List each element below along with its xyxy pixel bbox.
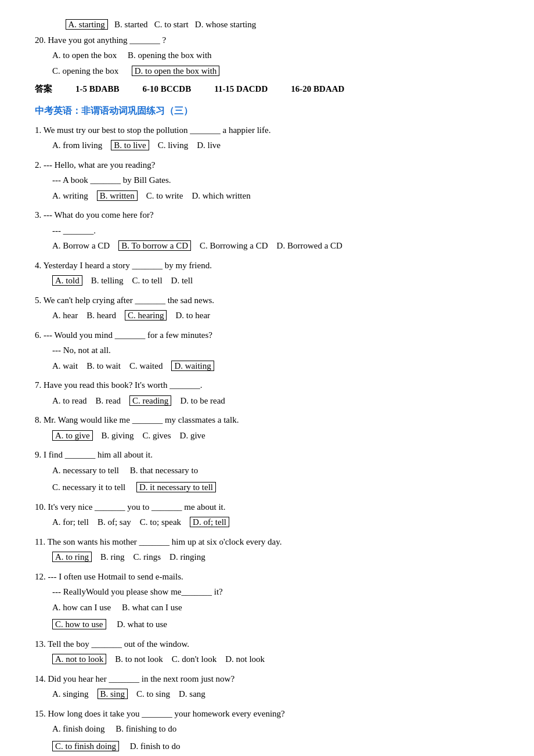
opt: B. what can I use (122, 603, 182, 612)
question-14: 14. Did you hear her _______ in the next… (35, 672, 499, 702)
opt: B. of; say (98, 517, 131, 527)
opt: B. ring (100, 552, 125, 561)
opt: A. writing (52, 191, 88, 200)
opt: A. from living (52, 141, 102, 150)
question-13: 13. Tell the boy _______ out of the wind… (35, 637, 499, 667)
q-text-2: 2. --- Hello, what are you reading? (35, 158, 499, 173)
opts-5: A. hear B. heard C. hearing D. to hear (52, 308, 499, 323)
q-text-14: 14. Did you hear her _______ in the next… (35, 672, 499, 687)
opt-boxed: A. to ring (52, 552, 92, 562)
opt: A. for; tell (52, 517, 89, 527)
q-text-11: 11. The son wants his mother _______ him… (35, 535, 499, 550)
opt-boxed: C. hearing (125, 310, 167, 321)
opt: C. living (158, 141, 189, 150)
question-1: 1. We must try our best to stop the poll… (35, 123, 499, 153)
question-8: 8. Mr. Wang would like me _______ my cla… (35, 413, 499, 443)
opts-2: A. writing B. written C. to write D. whi… (52, 189, 499, 204)
q-text-5: 5. We can't help crying after _______ th… (35, 293, 499, 308)
prev-options-line1: A. starting B. started C. to start D. wh… (35, 17, 499, 33)
q-text-8: 8. Mr. Wang would like me _______ my cla… (35, 413, 499, 428)
answer-11-15: 11-15 DACDD (214, 82, 268, 97)
opts-line2-15: C. to finish doing D. finish to do (52, 739, 499, 754)
opt: C. to; speak (140, 517, 181, 527)
opt-boxed: B. to live (111, 140, 149, 150)
answer-16-20: 16-20 BDAAD (291, 82, 344, 97)
answer-label: 答案 (35, 82, 52, 97)
opt: C. waited (129, 361, 163, 370)
opt-boxed: A. told (52, 275, 82, 286)
opt: A. singing (52, 689, 89, 699)
opts-13: A. not to look B. to not look C. don't l… (52, 652, 499, 667)
opts-4: A. told B. telling C. to tell D. tell (52, 273, 499, 289)
opts-8: A. to give B. giving C. gives D. give (52, 429, 499, 444)
question-15: 15. How long does it take you _______ yo… (35, 707, 499, 754)
opt: D. finish to do (130, 741, 181, 751)
opt: D. Borrowed a CD (277, 241, 342, 250)
q20-opts1: A. to open the box B. opening the box wi… (52, 48, 499, 63)
opt: D. to hear (175, 311, 210, 320)
question-9: 9. I find _______ him all about it.A. ne… (35, 448, 499, 495)
opt: A. necessary to tell (52, 466, 119, 475)
q-text-12: 12. --- I often use Hotmail to send e-ma… (35, 570, 499, 585)
q-text2-6: --- No, not at all. (52, 343, 499, 358)
opt: A. finish doing (52, 724, 104, 733)
answer-line: 答案 1-5 BDABB 6-10 BCCDB 11-15 DACDD 16-2… (35, 82, 499, 97)
q-text-3: 3. --- What do you come here for? (35, 208, 499, 223)
q-text-9: 9. I find _______ him all about it. (35, 448, 499, 463)
opt: B. heard (86, 311, 116, 320)
opt: D. live (197, 141, 221, 150)
opt-boxed: D. of; tell (190, 517, 229, 527)
opt: A. how can I use (52, 603, 111, 612)
q-text-1: 1. We must try our best to stop the poll… (35, 123, 499, 138)
opt-boxed: B. written (97, 190, 138, 201)
opt: D. ringing (169, 552, 205, 561)
q-text2-2: --- A book _______ by Bill Gates. (52, 173, 499, 188)
q-text2-12: --- ReallyWould you please show me______… (52, 585, 499, 600)
opt: C. to write (146, 191, 183, 200)
opt: D. not look (225, 654, 265, 664)
opts-14: A. singing B. sing C. to sing D. sang (52, 687, 499, 702)
opt: D. which written (192, 191, 250, 200)
answer-6-10: 6-10 BCCDB (142, 82, 191, 97)
opt-boxed: B. sing (98, 689, 128, 699)
opt-boxed: C. to finish doing (52, 741, 119, 751)
opt: B. that necessary to (130, 466, 198, 475)
q-text-6: 6. --- Would you mind _______ for a few … (35, 328, 499, 343)
opts-1: A. from living B. to live C. living D. l… (52, 138, 499, 153)
opt: B. finishing to do (116, 724, 176, 733)
opt: A. hear (52, 311, 78, 320)
opt-boxed: D. waiting (171, 361, 214, 371)
questions-container: 1. We must try our best to stop the poll… (35, 123, 499, 756)
opt-a-starting: A. starting (66, 19, 108, 30)
q20-opts2: C. opening the box D. to open the box wi… (52, 64, 499, 79)
opt: D. what to use (117, 620, 167, 629)
question-6: 6. --- Would you mind _______ for a few … (35, 328, 499, 374)
opt: B. read (96, 396, 121, 405)
question-3: 3. --- What do you come here for?--- ___… (35, 208, 499, 254)
opt-boxed: B. To borrow a CD (118, 240, 191, 251)
question-10: 10. It's very nice _______ you to ______… (35, 500, 499, 530)
opt: B. to not look (115, 654, 163, 664)
opt: A. to read (52, 396, 87, 405)
opt-boxed: C. reading (129, 395, 171, 406)
opts-line2-9: C. necessary it to tell D. it necessary … (52, 480, 499, 495)
question-12: 12. --- I often use Hotmail to send e-ma… (35, 570, 499, 632)
opts-3: A. Borrow a CD B. To borrow a CD C. Borr… (52, 239, 499, 254)
opt: D. sang (179, 689, 205, 699)
q-text-7: 7. Have you read this book? It's worth _… (35, 378, 499, 393)
answer-1-5: 1-5 BDABB (75, 82, 119, 97)
opts-line1-15: A. finish doing B. finishing to do (52, 722, 499, 737)
section-title: 中考英语：非谓语动词巩固练习（三） (35, 103, 499, 118)
opt-d-toopen: D. to open the box with (132, 66, 220, 76)
q-text-10: 10. It's very nice _______ you to ______… (35, 500, 499, 515)
question-11: 11. The son wants his mother _______ him… (35, 535, 499, 565)
opt: C. don't look (172, 654, 217, 664)
opt-boxed: A. to give (52, 430, 93, 441)
opt: D. to be read (180, 396, 225, 405)
q20-text: 20. Have you got anything _______ ? (35, 33, 499, 48)
opt: A. Borrow a CD (52, 241, 110, 250)
q-text-15: 15. How long does it take you _______ yo… (35, 707, 499, 722)
opts-line1-9: A. necessary to tell B. that necessary t… (52, 463, 499, 478)
prev-section: A. starting B. started C. to start D. wh… (35, 17, 499, 97)
opt: B. to wait (86, 361, 121, 370)
